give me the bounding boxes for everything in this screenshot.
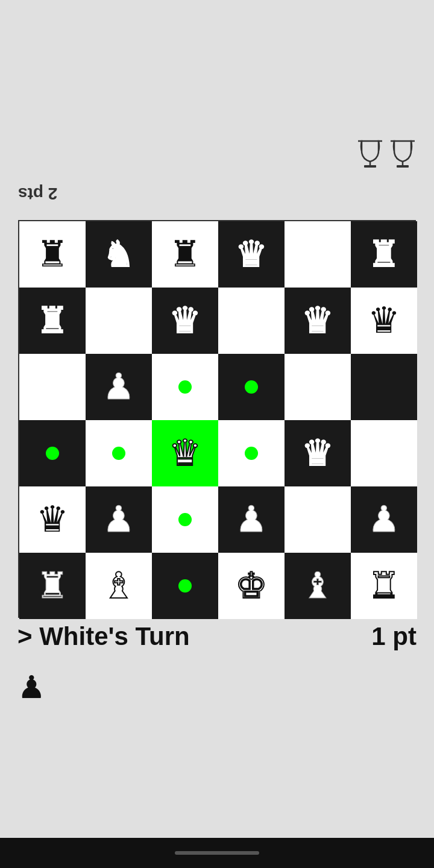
table-row[interactable]	[285, 486, 351, 553]
chess-piece: ♟	[102, 502, 135, 538]
table-row[interactable]	[218, 420, 285, 486]
chess-piece: ♜	[36, 236, 69, 272]
trophy-area	[357, 139, 416, 170]
trophy-icon-2	[389, 139, 416, 170]
table-row[interactable]	[285, 221, 351, 288]
table-row[interactable]: ♜	[19, 221, 86, 288]
chess-piece: ♚	[235, 568, 268, 604]
table-row[interactable]	[86, 420, 152, 486]
table-row[interactable]: ♜	[152, 221, 218, 288]
table-row[interactable]: ♟	[86, 354, 152, 420]
turn-label: > White's Turn	[17, 622, 190, 651]
table-row[interactable]: ♛	[285, 420, 351, 486]
table-row[interactable]: ♛	[351, 288, 417, 354]
bottom-bar	[0, 838, 434, 868]
score-label: 1 pt	[371, 622, 417, 651]
table-row[interactable]	[152, 553, 218, 619]
chess-piece: ♞	[102, 236, 135, 272]
chess-piece: ♟	[235, 502, 268, 538]
svg-rect-3	[397, 165, 409, 168]
chess-piece: ♝	[301, 568, 334, 604]
move-dot[interactable]	[178, 579, 192, 593]
table-row[interactable]	[218, 354, 285, 420]
table-row[interactable]	[19, 354, 86, 420]
table-row[interactable]	[152, 486, 218, 553]
chess-piece: ♜	[169, 236, 201, 272]
table-row[interactable]: ♚	[218, 553, 285, 619]
table-row[interactable]: ♟	[351, 486, 417, 553]
black-score: 2 pts	[18, 184, 57, 203]
table-row[interactable]: ♛	[19, 486, 86, 553]
chess-piece: ♛	[169, 435, 201, 471]
table-row[interactable]: ♜	[19, 553, 86, 619]
chess-piece: ♛	[301, 435, 334, 471]
chess-piece: ♜	[36, 303, 69, 339]
table-row[interactable]	[351, 420, 417, 486]
table-row[interactable]	[152, 354, 218, 420]
chess-piece: ♛	[235, 236, 268, 272]
table-row[interactable]: ♝	[86, 553, 152, 619]
svg-rect-1	[364, 165, 376, 168]
table-row[interactable]: ♞	[86, 221, 152, 288]
table-row[interactable]: ♛	[218, 221, 285, 288]
chess-piece: ♟	[368, 502, 400, 538]
chess-piece: ♛	[368, 303, 400, 339]
move-dot[interactable]	[178, 513, 192, 526]
table-row[interactable]: ♛	[152, 288, 218, 354]
trophy-icon-1	[357, 139, 383, 170]
move-dot[interactable]	[112, 447, 125, 460]
chess-piece: ♜	[36, 568, 69, 604]
table-row[interactable]	[351, 354, 417, 420]
table-row[interactable]	[86, 288, 152, 354]
table-row[interactable]: ♟	[86, 486, 152, 553]
chess-piece: ♟	[102, 369, 135, 405]
move-dot[interactable]	[46, 447, 59, 460]
turn-indicator: > White's Turn 1 pt	[17, 622, 417, 651]
table-row[interactable]: ♝	[285, 553, 351, 619]
captured-piece: ♟	[17, 670, 46, 705]
table-row[interactable]: ♜	[351, 221, 417, 288]
chess-piece: ♜	[368, 568, 400, 604]
move-dot[interactable]	[245, 380, 258, 394]
table-row[interactable]	[19, 420, 86, 486]
chess-board[interactable]: ♜♞♜♛♜♜♛♛♛♟♛♛♛♟♟♟♜♝♚♝♜	[18, 220, 416, 618]
table-row[interactable]	[285, 354, 351, 420]
table-row[interactable]: ♜	[19, 288, 86, 354]
captured-area: ♟	[17, 669, 46, 705]
chess-piece: ♛	[301, 303, 334, 339]
table-row[interactable]: ♛	[152, 420, 218, 486]
chess-piece: ♛	[169, 303, 201, 339]
chess-piece: ♛	[36, 502, 69, 538]
move-dot[interactable]	[178, 380, 192, 394]
home-indicator	[175, 851, 259, 855]
table-row[interactable]: ♜	[351, 553, 417, 619]
chess-piece: ♜	[368, 236, 400, 272]
chess-piece: ♝	[102, 568, 135, 604]
table-row[interactable]: ♛	[285, 288, 351, 354]
table-row[interactable]	[218, 288, 285, 354]
table-row[interactable]: ♟	[218, 486, 285, 553]
move-dot[interactable]	[245, 447, 258, 460]
